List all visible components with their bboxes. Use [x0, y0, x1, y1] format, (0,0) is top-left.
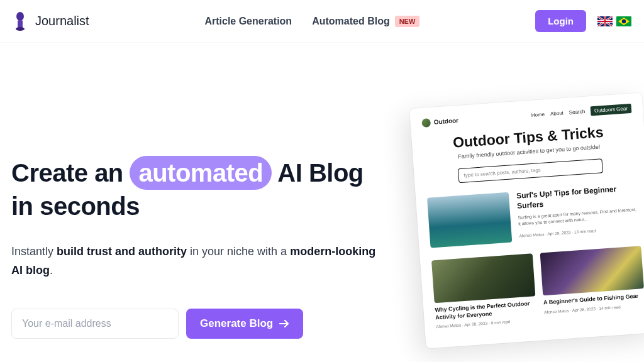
preview-thumb-surf [427, 192, 512, 248]
language-flags [597, 16, 631, 26]
login-button[interactable]: Login [535, 10, 586, 32]
arrow-right-icon [279, 319, 289, 329]
brand-name: Journalist [35, 14, 89, 28]
preview-nav-search: Search [569, 109, 586, 116]
preview-nav-about: About [550, 110, 564, 116]
preview-nav-home: Home [531, 111, 545, 118]
svg-point-2 [16, 27, 25, 31]
new-badge: NEW [395, 16, 420, 27]
hero-section: Create an automated AI Blog in seconds I… [0, 43, 644, 359]
headline-part-1: Create an [11, 159, 130, 187]
nav-link-automated-blog: Automated Blog [312, 16, 390, 27]
preview-logo: Outdoor [421, 116, 458, 127]
preview-nav-cta: Outdoors Gear [591, 104, 632, 116]
nav-link-article-generation[interactable]: Article Generation [204, 16, 292, 27]
brand-area[interactable]: Journalist [13, 11, 89, 31]
preview-nav-links: Home About Search Outdoors Gear [531, 104, 631, 120]
preview-post1-title: Surf's Up! Tips for Beginner Surfers [516, 183, 638, 211]
preview-featured-post: Surf's Up! Tips for Beginner Surfers Sur… [427, 183, 640, 248]
hero-subhead: Instantly build trust and authority in y… [11, 243, 382, 280]
svg-point-0 [16, 12, 24, 21]
preview-post-grid: Why Cycling is the Perfect Outdoor Activ… [431, 246, 644, 329]
hero-headline: Create an automated AI Blog in seconds [11, 156, 382, 222]
preview-logo-icon [421, 118, 431, 128]
brand-logo-icon [13, 11, 28, 31]
flag-brazil-icon[interactable] [616, 16, 631, 26]
preview-thumb-fishing [540, 246, 644, 295]
preview-post-text: Surf's Up! Tips for Beginner Surfers Sur… [516, 183, 640, 241]
generate-blog-button[interactable]: Generate Blog [186, 309, 303, 339]
headline-highlight: automated [130, 156, 272, 190]
generate-blog-label: Generate Blog [200, 317, 273, 330]
sub-bold-1: build trust and authority [57, 245, 187, 258]
preview-search-box: type to search posts, authors, tags [458, 158, 603, 183]
hero-preview: Outdoor Home About Search Outdoors Gear … [418, 101, 644, 341]
flag-uk-icon[interactable] [597, 16, 613, 26]
preview-grid-item-1: Why Cycling is the Perfect Outdoor Activ… [431, 253, 537, 329]
sub-part-1: Instantly [11, 245, 57, 258]
hero-content: Create an automated AI Blog in seconds I… [11, 74, 382, 359]
nav-right: Login [535, 10, 631, 32]
preview-post1-meta: Afonso Matos · Apr 28, 2023 · 13 min rea… [519, 225, 640, 238]
top-navbar: Journalist Article Generation Automated … [0, 0, 644, 43]
cta-row: Generate Blog [11, 309, 382, 339]
preview-grid-item-2: A Beginner's Guide to Fishing Gear Afons… [540, 246, 644, 321]
preview-logo-text: Outdoor [433, 117, 458, 126]
nav-link-automated-blog-wrap[interactable]: Automated Blog NEW [312, 16, 419, 27]
preview-thumb-cycling [431, 253, 535, 303]
sub-part-2: in your niche with a [187, 245, 290, 258]
email-input[interactable] [11, 309, 179, 339]
sub-part-3: . [50, 264, 53, 277]
svg-point-5 [622, 19, 626, 23]
blog-preview-card: Outdoor Home About Search Outdoors Gear … [409, 93, 644, 349]
nav-center: Article Generation Automated Blog NEW [89, 16, 536, 27]
